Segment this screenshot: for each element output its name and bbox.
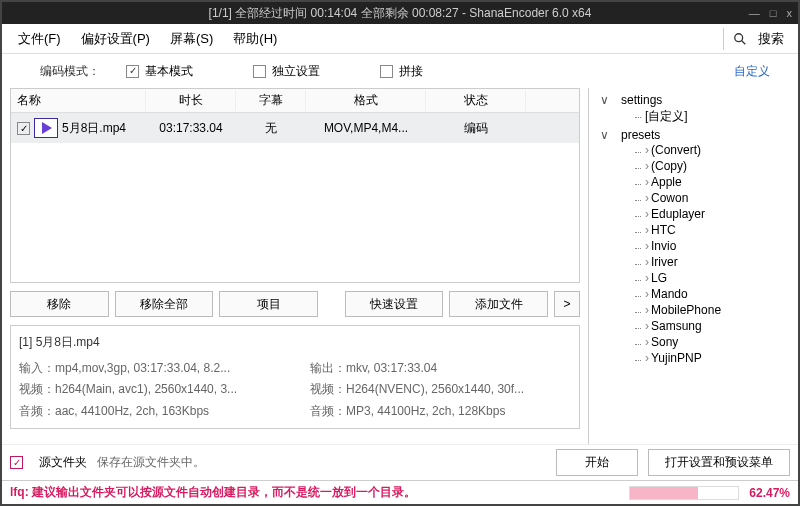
tree-item[interactable]: ›(Copy) bbox=[635, 158, 794, 174]
minimize-button[interactable]: — bbox=[749, 7, 760, 19]
col-duration[interactable]: 时长 bbox=[146, 90, 236, 111]
tree-settings-label: settings bbox=[621, 93, 662, 107]
tree-item[interactable]: ›(Convert) bbox=[635, 142, 794, 158]
menu-screen[interactable]: 屏幕(S) bbox=[162, 26, 221, 52]
table-actions: 移除 移除全部 项目 快速设置 添加文件 > bbox=[10, 291, 580, 317]
info-title: [1] 5月8日.mp4 bbox=[19, 332, 571, 354]
start-button[interactable]: 开始 bbox=[556, 449, 638, 476]
tree-item[interactable]: ›Eduplayer bbox=[635, 206, 794, 222]
chevron-right-icon: › bbox=[645, 303, 649, 317]
tree-item[interactable]: ›Invio bbox=[635, 238, 794, 254]
chevron-right-icon: › bbox=[645, 319, 649, 333]
tree-item-label: MobilePhone bbox=[651, 303, 721, 317]
separator bbox=[723, 28, 724, 50]
tree-item-label: YujinPNP bbox=[651, 351, 702, 365]
cell-subtitle: 无 bbox=[236, 120, 306, 137]
table-row[interactable]: ✓ 5月8日.mp4 03:17:33.04 无 MOV,MP4,M4... 编… bbox=[11, 113, 579, 143]
main-panel: 名称 时长 字幕 格式 状态 ✓ 5月8日.mp4 03:17:33.04 无 … bbox=[2, 88, 588, 444]
tree-item[interactable]: ›HTC bbox=[635, 222, 794, 238]
info-output-column: 输出：mkv, 03:17:33.04 视频：H264(NVENC), 2560… bbox=[310, 358, 571, 423]
collapse-icon[interactable]: ∨ bbox=[599, 93, 610, 107]
tree-item-label: Apple bbox=[651, 175, 682, 189]
cell-status: 编码 bbox=[426, 120, 526, 137]
row-checkbox[interactable]: ✓ bbox=[17, 122, 30, 135]
menu-file[interactable]: 文件(F) bbox=[10, 26, 69, 52]
maximize-button[interactable]: □ bbox=[770, 7, 777, 19]
collapse-icon[interactable]: ∨ bbox=[599, 128, 610, 142]
cell-duration: 03:17:33.04 bbox=[146, 121, 236, 135]
col-name[interactable]: 名称 bbox=[11, 90, 146, 111]
tree-item[interactable]: ›Cowon bbox=[635, 190, 794, 206]
info-out-video: 视频：H264(NVENC), 2560x1440, 30f... bbox=[310, 379, 571, 401]
tree-item-label: Samsung bbox=[651, 319, 702, 333]
cell-name: 5月8日.mp4 bbox=[62, 120, 126, 137]
checkbox-icon bbox=[253, 65, 266, 78]
checkbox-icon: ✓ bbox=[126, 65, 139, 78]
add-file-button[interactable]: 添加文件 bbox=[449, 291, 548, 317]
window-buttons: — □ x bbox=[749, 2, 792, 24]
remove-button[interactable]: 移除 bbox=[10, 291, 109, 317]
src-folder-checkbox[interactable]: ✓ bbox=[10, 456, 23, 469]
col-status[interactable]: 状态 bbox=[426, 90, 526, 111]
chevron-right-icon: › bbox=[645, 223, 649, 237]
quick-set-button[interactable]: 快速设置 bbox=[345, 291, 444, 317]
custom-link[interactable]: 自定义 bbox=[734, 63, 770, 80]
tree-item[interactable]: [自定义] bbox=[635, 107, 794, 126]
cell-format: MOV,MP4,M4... bbox=[306, 121, 426, 135]
chevron-right-icon: › bbox=[645, 207, 649, 221]
titlebar: [1/1] 全部经过时间 00:14:04 全部剩余 00:08:27 - Sh… bbox=[2, 2, 798, 24]
svg-line-1 bbox=[742, 40, 746, 44]
tree-presets-label: presets bbox=[621, 128, 660, 142]
close-button[interactable]: x bbox=[787, 7, 793, 19]
info-out-audio: 音频：MP3, 44100Hz, 2ch, 128Kbps bbox=[310, 401, 571, 423]
mode-basic[interactable]: ✓ 基本模式 bbox=[126, 63, 193, 80]
encode-mode-label: 编码模式： bbox=[10, 63, 126, 80]
video-file-icon bbox=[34, 118, 58, 138]
menubar: 文件(F) 偏好设置(P) 屏幕(S) 帮助(H) 搜索 bbox=[2, 24, 798, 54]
mode-independent[interactable]: 独立设置 bbox=[253, 63, 320, 80]
progress-bar bbox=[629, 486, 739, 500]
col-format[interactable]: 格式 bbox=[306, 90, 426, 111]
tree-item-label: Mando bbox=[651, 287, 688, 301]
tree-item[interactable]: ›LG bbox=[635, 270, 794, 286]
src-folder-label: 源文件夹 bbox=[39, 454, 87, 471]
project-button[interactable]: 项目 bbox=[219, 291, 318, 317]
col-subtitle[interactable]: 字幕 bbox=[236, 90, 306, 111]
open-settings-button[interactable]: 打开设置和预设菜单 bbox=[648, 449, 790, 476]
chevron-right-icon: › bbox=[645, 143, 649, 157]
menu-help[interactable]: 帮助(H) bbox=[225, 26, 285, 52]
tree-item-label: Sony bbox=[651, 335, 678, 349]
tree-settings[interactable]: ∨ settings [自定义] bbox=[611, 92, 794, 127]
info-panel: [1] 5月8日.mp4 输入：mp4,mov,3gp, 03:17:33.04… bbox=[10, 325, 580, 429]
status-text: lfq: 建议输出文件夹可以按源文件自动创建目录，而不是统一放到一个目录。 bbox=[10, 484, 416, 501]
search-icon[interactable] bbox=[732, 31, 748, 47]
tree-item[interactable]: ›Apple bbox=[635, 174, 794, 190]
checkbox-icon bbox=[380, 65, 393, 78]
tree-item[interactable]: ›Iriver bbox=[635, 254, 794, 270]
tree-item[interactable]: ›YujinPNP bbox=[635, 350, 794, 366]
tree-item[interactable]: ›MobilePhone bbox=[635, 302, 794, 318]
mode-concat-label: 拼接 bbox=[399, 63, 423, 80]
tree-item-label: (Convert) bbox=[651, 143, 701, 157]
chevron-right-icon: › bbox=[645, 271, 649, 285]
chevron-right-icon: › bbox=[645, 191, 649, 205]
mode-concat[interactable]: 拼接 bbox=[380, 63, 423, 80]
remove-all-button[interactable]: 移除全部 bbox=[115, 291, 214, 317]
chevron-right-icon: › bbox=[645, 287, 649, 301]
tree-item[interactable]: ›Mando bbox=[635, 286, 794, 302]
tree-presets[interactable]: ∨ presets ›(Convert)›(Copy)›Apple›Cowon›… bbox=[611, 127, 794, 367]
chevron-right-icon: › bbox=[645, 239, 649, 253]
menu-preferences[interactable]: 偏好设置(P) bbox=[73, 26, 158, 52]
chevron-right-icon: › bbox=[645, 159, 649, 173]
tree-item[interactable]: ›Samsung bbox=[635, 318, 794, 334]
svg-point-0 bbox=[735, 33, 743, 41]
chevron-right-icon: › bbox=[645, 175, 649, 189]
next-button[interactable]: > bbox=[554, 291, 580, 317]
progress-percent: 62.47% bbox=[749, 486, 790, 500]
info-input-column: 输入：mp4,mov,3gp, 03:17:33.04, 8.2... 视频：h… bbox=[19, 358, 280, 423]
tree-item[interactable]: ›Sony bbox=[635, 334, 794, 350]
tree-item-label: HTC bbox=[651, 223, 676, 237]
menu-search[interactable]: 搜索 bbox=[752, 30, 790, 48]
preset-tree: ∨ settings [自定义] ∨ presets ›(Convert)›(C… bbox=[588, 88, 798, 444]
chevron-right-icon: › bbox=[645, 255, 649, 269]
